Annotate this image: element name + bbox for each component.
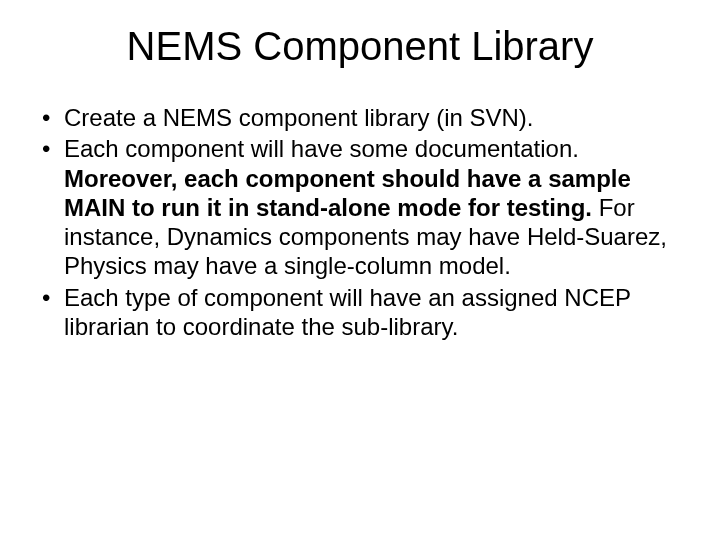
bullet-text-bold: Moreover, each component should have a s… — [64, 165, 631, 221]
bullet-text-plain: Each component will have some documentat… — [64, 135, 579, 162]
slide-title: NEMS Component Library — [38, 24, 682, 69]
list-item: Create a NEMS component library (in SVN)… — [64, 103, 682, 132]
bullet-list: Create a NEMS component library (in SVN)… — [38, 103, 682, 341]
list-item: Each type of component will have an assi… — [64, 283, 682, 342]
list-item: Each component will have some documentat… — [64, 134, 682, 280]
slide: NEMS Component Library Create a NEMS com… — [0, 0, 720, 540]
